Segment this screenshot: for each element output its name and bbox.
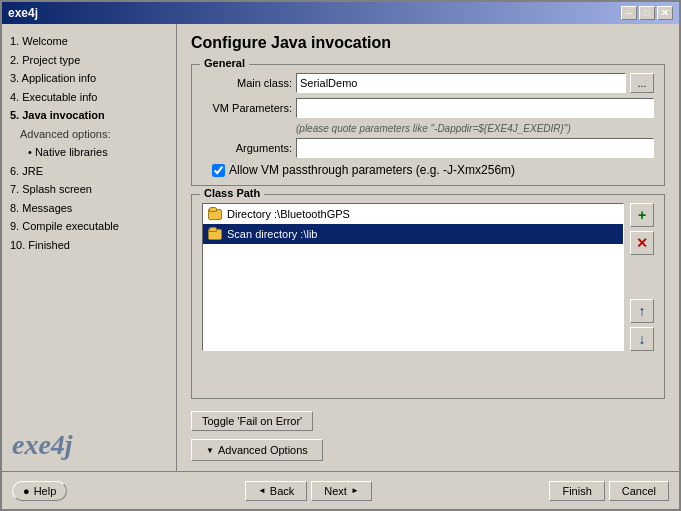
next-label: Next (324, 485, 347, 497)
advanced-options-label: Advanced Options (218, 444, 308, 456)
sidebar-logo: exe4j (12, 429, 73, 461)
main-class-row: Main class: ... (202, 73, 654, 93)
toggle-section: Toggle 'Fail on Error' (191, 411, 665, 431)
classpath-group: Class Path Directory :\BluetoothGPS (191, 194, 665, 399)
vm-params-input[interactable] (296, 98, 654, 118)
sidebar-item-java-invocation[interactable]: 5. Java invocation (8, 106, 170, 125)
sidebar-item-project-type[interactable]: 2. Project type (8, 51, 170, 70)
sidebar-item-splash[interactable]: 7. Splash screen (8, 180, 170, 199)
bottom-bar: ● Help ◄ Back Next ► Finish Cancel (2, 471, 679, 509)
next-button[interactable]: Next ► (311, 481, 372, 501)
finish-button[interactable]: Finish (549, 481, 604, 501)
sidebar-item-welcome[interactable]: 1. Welcome (8, 32, 170, 51)
vm-passthrough-row: Allow VM passthrough parameters (e.g. -J… (212, 163, 654, 177)
sidebar-item-compile[interactable]: 9. Compile executable (8, 217, 170, 236)
title-bar-buttons: ─ □ ✕ (621, 6, 673, 20)
arguments-row: Arguments: (202, 138, 654, 158)
back-label: Back (270, 485, 294, 497)
sidebar-item-jre[interactable]: 6. JRE (8, 162, 170, 181)
classpath-item-0: Directory :\BluetoothGPS (227, 208, 350, 220)
next-arrow-icon: ► (351, 486, 359, 495)
vm-params-label: VM Parameters: (202, 102, 292, 114)
sidebar-item-messages[interactable]: 8. Messages (8, 199, 170, 218)
add-classpath-button[interactable]: + (630, 203, 654, 227)
main-window: exe4j ─ □ ✕ 1. Welcome 2. Project type 3… (0, 0, 681, 511)
move-up-button[interactable]: ↑ (630, 299, 654, 323)
sidebar-item-finished[interactable]: 10. Finished (8, 236, 170, 255)
main-class-browse-button[interactable]: ... (630, 73, 654, 93)
cancel-button[interactable]: Cancel (609, 481, 669, 501)
move-down-button[interactable]: ↓ (630, 327, 654, 351)
vm-passthrough-label: Allow VM passthrough parameters (e.g. -J… (229, 163, 515, 177)
help-button[interactable]: ● Help (12, 481, 67, 501)
content-area: Configure Java invocation General Main c… (177, 24, 679, 471)
advanced-arrow-icon: ▼ (206, 446, 214, 455)
help-label: Help (34, 485, 57, 497)
advanced-options-button[interactable]: ▼ Advanced Options (191, 439, 323, 461)
classpath-buttons: + ✕ ↑ ↓ (630, 203, 654, 351)
window-title: exe4j (8, 6, 38, 20)
classpath-content: Directory :\BluetoothGPS Scan directory … (202, 203, 654, 351)
arguments-label: Arguments: (202, 142, 292, 154)
classpath-list[interactable]: Directory :\BluetoothGPS Scan directory … (202, 203, 624, 351)
nav-group: ◄ Back Next ► (245, 481, 372, 501)
classpath-item-1: Scan directory :\lib (227, 228, 317, 240)
arguments-input[interactable] (296, 138, 654, 158)
scan-folder-icon (207, 226, 223, 242)
folder-icon (207, 206, 223, 222)
sidebar-item-app-info[interactable]: 3. Application info (8, 69, 170, 88)
sidebar-item-advanced-options-label: Advanced options: (8, 125, 170, 144)
general-group-label: General (200, 57, 249, 69)
remove-classpath-button[interactable]: ✕ (630, 231, 654, 255)
maximize-button[interactable]: □ (639, 6, 655, 20)
sidebar: 1. Welcome 2. Project type 3. Applicatio… (2, 24, 177, 471)
minimize-button[interactable]: ─ (621, 6, 637, 20)
finish-cancel-group: Finish Cancel (549, 481, 669, 501)
back-arrow-icon: ◄ (258, 486, 266, 495)
close-button[interactable]: ✕ (657, 6, 673, 20)
main-class-label: Main class: (202, 77, 292, 89)
help-icon: ● (23, 485, 30, 497)
classpath-group-label: Class Path (200, 187, 264, 199)
title-bar: exe4j ─ □ ✕ (2, 2, 679, 24)
vm-params-row: VM Parameters: (202, 98, 654, 118)
main-class-input[interactable] (296, 73, 626, 93)
page-title: Configure Java invocation (191, 34, 665, 52)
toggle-fail-button[interactable]: Toggle 'Fail on Error' (191, 411, 313, 431)
advanced-section: ▼ Advanced Options (191, 439, 665, 461)
main-content: 1. Welcome 2. Project type 3. Applicatio… (2, 24, 679, 471)
sidebar-item-executable[interactable]: 4. Executable info (8, 88, 170, 107)
list-item[interactable]: Directory :\BluetoothGPS (203, 204, 623, 224)
vm-passthrough-checkbox[interactable] (212, 164, 225, 177)
general-group: General Main class: ... VM Parameters: (… (191, 64, 665, 186)
back-button[interactable]: ◄ Back (245, 481, 307, 501)
vm-params-hint: (please quote parameters like "-Dappdir=… (296, 123, 654, 134)
list-item[interactable]: Scan directory :\lib (203, 224, 623, 244)
sidebar-item-native-libraries[interactable]: • Native libraries (8, 143, 170, 162)
